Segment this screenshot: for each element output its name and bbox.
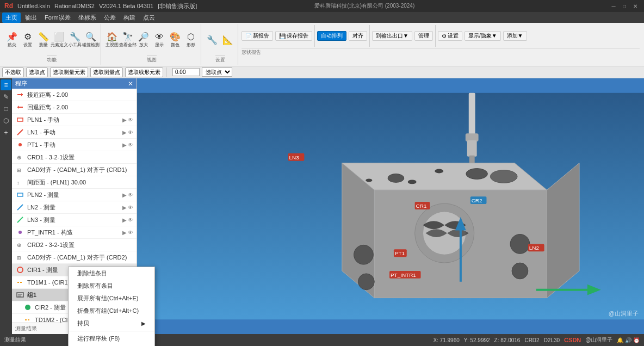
eye-icon[interactable]: 👁 <box>128 129 133 135</box>
svg-point-47 <box>435 169 443 174</box>
context-item-run-block[interactable]: 运行程序块 (F8) <box>69 332 154 345</box>
menu-item-coord[interactable]: 坐标系 <box>75 13 100 23</box>
toolbar-btn-output-export[interactable]: 到输出出口▼ <box>372 31 412 41</box>
toolbar-btn-shape[interactable]: ⬡形形 <box>183 33 199 48</box>
maximize-button[interactable]: □ <box>620 2 629 10</box>
close-button[interactable]: ✕ <box>631 2 640 10</box>
toolbar-btn-display-proxy[interactable]: 显示/隐象▼ <box>465 31 501 41</box>
svg-point-16 <box>17 267 23 273</box>
item-text: CAD对齐 - (CADM_1) 对齐于 (CRD2) <box>27 254 133 262</box>
toolbar-btn-zoom[interactable]: 🔎放大 <box>136 33 151 48</box>
toolbar-btn-report-settings[interactable]: ⚙设置 <box>438 31 462 41</box>
context-item-expand-all[interactable]: 展开所有组(Ctrl+Alt+E) <box>69 292 154 305</box>
svg-rect-27 <box>469 93 475 136</box>
toolbar-btn-display[interactable]: 👁显示 <box>152 33 167 48</box>
sidebar-tab-program[interactable]: ≡ <box>1 79 11 90</box>
list-item[interactable]: ⊞ CAD对齐 - (CADM_1) 对齐于 (CRD1) <box>12 164 137 176</box>
select-points-button[interactable]: 选取点 <box>26 67 48 77</box>
menu-bar: 主页 输出 Form误差 坐标系 公差 构建 点云 <box>0 12 644 23</box>
status-right: X: 71.9960 Y: 52.9992 Z: 82.0016 CRD2 D2… <box>433 336 640 344</box>
menu-item-home[interactable]: 主页 <box>2 13 21 23</box>
cad-align2-icon: ⊞ <box>15 252 25 262</box>
arrow-icon: ▶ <box>122 129 127 135</box>
context-item-delete-group[interactable]: 删除组条目 <box>69 267 154 280</box>
toolbar-btn-measure[interactable]: 📏测量 <box>36 33 51 48</box>
sel-dropdown[interactable]: 选取点 选取线 选取面 <box>202 67 232 77</box>
point-icon <box>15 140 25 150</box>
eye-icon[interactable]: 👁 <box>128 142 133 148</box>
viewport[interactable]: LN3 CR1 CR2 PT1 PT_INTR1 LN2 @山洞里子 <box>137 78 644 334</box>
sidebar-tab-edit[interactable]: ✎ <box>1 91 11 102</box>
eye-icon[interactable]: 👁 <box>128 117 133 123</box>
toolbar-btn-manage[interactable]: 管理 <box>414 31 433 41</box>
menu-item-form[interactable]: Form误差 <box>41 13 74 23</box>
status-left: 测量结果 <box>4 336 26 344</box>
list-item[interactable]: PLN1 - 手动 ▶ 👁 <box>12 114 137 126</box>
minimize-button[interactable]: ─ <box>609 2 618 10</box>
toolbar-btn-add[interactable]: 添加▼ <box>503 31 527 41</box>
item-text: CRD1 - 3-2-1设置 <box>27 153 133 162</box>
line3-icon <box>15 215 25 225</box>
context-item-collapse-all[interactable]: 折叠所有组(Ctrl+Alt+C) <box>69 305 154 317</box>
toolbar-btn-align[interactable]: 对齐 <box>349 31 367 41</box>
deselect-button[interactable]: 不选取 <box>2 67 24 77</box>
line2-icon <box>15 202 25 212</box>
list-item[interactable]: 接近距离 - 2.00 <box>12 89 137 101</box>
item-text: PLN2 - 测量 <box>27 191 122 199</box>
svg-point-46 <box>408 180 417 184</box>
toolbar-btn-auto-align[interactable]: 自动排列 <box>317 31 346 41</box>
toolbar-btn-tip[interactable]: 📌贴尖 <box>4 33 20 48</box>
list-item[interactable]: LN1 - 手动 ▶ 👁 <box>12 126 137 139</box>
coord2-icon: ⊕ <box>15 240 25 250</box>
arrow-icon: ▶ <box>122 217 127 223</box>
toolbar-btn-collision[interactable]: 🔍碰撞检测 <box>83 33 98 48</box>
list-item[interactable]: PLN2 - 测量 ▶ 👁 <box>12 189 137 201</box>
list-item[interactable]: ⊕ CRD2 - 3-2-1设置 <box>12 239 137 251</box>
sidebar-tab-shape[interactable]: ⬡ <box>1 115 11 126</box>
app-name: RationalDMIS2 <box>54 3 95 9</box>
y-coord: Y: 52.9992 <box>464 337 490 343</box>
status-measurement: 测量结果 <box>4 336 26 344</box>
eye-icon[interactable]: 👁 <box>128 217 133 223</box>
sidebar-tab-add[interactable]: + <box>1 127 11 138</box>
eye-icon[interactable]: 👁 <box>128 192 133 198</box>
menu-item-tolerance[interactable]: 公差 <box>101 13 119 23</box>
toolbar-btn-new-report[interactable]: 📄新报告 <box>242 31 273 41</box>
list-item[interactable]: ↕ 间距面 - (PLN1) 30.00 <box>12 176 137 189</box>
toolbar-btn-settings[interactable]: ⚙设置 <box>20 33 35 48</box>
toolbar-btn-config[interactable]: 🔧 <box>205 33 220 48</box>
toolbar-btn-element-def[interactable]: ⬜元素定义 <box>52 33 67 48</box>
eye-icon[interactable]: 👁 <box>128 230 133 236</box>
sidebar-tab-view2[interactable]: □ <box>1 103 11 114</box>
toolbar-btn-color[interactable]: 🎨颜色 <box>168 33 183 48</box>
app-edition: [非销售演示版] <box>158 2 197 10</box>
select-shape-elements-button[interactable]: 选取测量元素 <box>50 67 88 77</box>
menu-item-output[interactable]: 输出 <box>22 13 40 23</box>
list-item[interactable]: ⊕ CRD1 - 3-2-1设置 <box>12 151 137 164</box>
toolbar-btn-measure-config[interactable]: 📐 <box>220 33 236 48</box>
eye-icon[interactable]: 👁 <box>128 205 133 211</box>
panel-close-button[interactable]: ✕ <box>128 80 133 88</box>
list-item[interactable]: ⊞ CAD对齐 - (CADM_1) 对齐于 (CRD2) <box>12 251 137 264</box>
item-text: CRD2 - 3-2-1设置 <box>27 241 133 249</box>
menu-item-cloud[interactable]: 点云 <box>140 13 158 23</box>
list-item[interactable]: 回退距离 - 2.00 <box>12 101 137 114</box>
toolbar-icons-view: 🏠主视图 🔭查看全部 🔎放大 👁显示 🎨颜色 ⬡形形 <box>104 25 199 55</box>
list-item[interactable]: LN3 - 测量 ▶ 👁 <box>12 214 137 226</box>
toolbar-btn-save-report[interactable]: 💾保存报告 <box>275 31 312 41</box>
menu-item-construct[interactable]: 构建 <box>120 13 139 23</box>
list-item[interactable]: LN2 - 测量 ▶ 👁 <box>12 201 137 214</box>
toolbar-btn-main-view[interactable]: 🏠主视图 <box>104 33 120 48</box>
context-item-delete-all[interactable]: 删除所有条目 <box>69 280 154 292</box>
toolbar-btn-tools[interactable]: 🔧小工具 <box>67 33 83 48</box>
list-item[interactable]: PT_INTR1 - 构造 ▶ 👁 <box>12 226 137 239</box>
context-item-paste[interactable]: 持贝 ▶ <box>69 317 154 330</box>
program-panel: 程序 ✕ 接近距离 - 2.00 回退距离 - 2.00 <box>12 78 137 334</box>
select-measurement-points-button[interactable]: 选取测量点 <box>90 67 123 77</box>
element-label: CRD2 <box>524 337 539 343</box>
select-line-elements-button[interactable]: 选取线形元素 <box>125 67 163 77</box>
toolbar-group-settings: 🔧 📐 设置 <box>202 24 238 65</box>
list-item[interactable]: PT1 - 手动 ▶ 👁 <box>12 139 137 151</box>
toolbar-btn-view-all[interactable]: 🔭查看全部 <box>120 33 135 48</box>
sel-value-input[interactable] <box>172 68 200 76</box>
